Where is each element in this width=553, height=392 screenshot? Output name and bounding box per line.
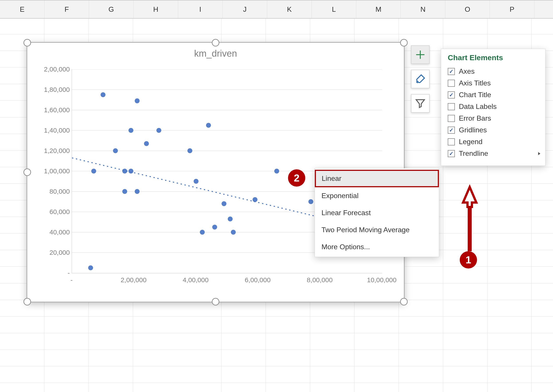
data-point[interactable] [274, 169, 279, 174]
checkbox[interactable] [448, 103, 455, 110]
y-axis-label: 2,00,000 [25, 65, 70, 73]
checkbox-label: Chart Title [459, 91, 491, 99]
chart-element-error-bars[interactable]: Error Bars [448, 112, 543, 124]
data-point[interactable] [309, 199, 313, 204]
chart-element-axis-titles[interactable]: Axis Titles [448, 77, 543, 89]
data-point[interactable] [156, 128, 161, 133]
y-axis-label: 1,80,000 [25, 86, 70, 93]
flyout-title: Chart Elements [448, 53, 543, 62]
data-point[interactable] [129, 169, 133, 174]
column-header-O[interactable]: O [445, 0, 490, 18]
brush-icon [415, 73, 426, 84]
y-axis-label: 60,000 [25, 208, 70, 216]
checkbox-label: Error Bars [459, 114, 491, 122]
y-axis-label: - [25, 269, 70, 277]
column-header-G[interactable]: G [89, 0, 134, 18]
resize-handle-tr[interactable] [400, 39, 408, 47]
column-header-L[interactable]: L [312, 0, 356, 18]
y-axis-label: 1,20,000 [25, 147, 70, 154]
chart-elements-flyout[interactable]: Chart Elements AxesAxis TitlesChart Titl… [441, 49, 546, 166]
callout-2: 2 [288, 169, 305, 187]
excel-window: EFGHIJKLMNOP km_driven -20,00040,00060,0… [0, 0, 553, 392]
trendline-option-linear[interactable]: Linear [315, 170, 439, 187]
chart-element-axes[interactable]: Axes [448, 65, 543, 77]
data-point[interactable] [206, 123, 211, 128]
data-point[interactable] [129, 128, 133, 133]
chart-element-data-labels[interactable]: Data Labels [448, 101, 543, 112]
column-header-N[interactable]: N [401, 0, 445, 18]
callout-1: 1 [460, 251, 477, 268]
chart-styles-button[interactable] [411, 70, 430, 88]
chart-element-chart-title[interactable]: Chart Title [448, 89, 543, 101]
chart-element-gridlines[interactable]: Gridlines [448, 124, 543, 136]
checkbox-label: Axes [459, 67, 474, 76]
y-axis-label: 1,60,000 [25, 106, 70, 114]
data-point[interactable] [122, 189, 127, 194]
plus-icon [415, 49, 426, 60]
column-header-I[interactable]: I [178, 0, 223, 18]
column-header-J[interactable]: J [223, 0, 267, 18]
chart-filters-button[interactable] [411, 94, 430, 113]
checkbox-label: Axis Titles [459, 79, 491, 87]
chart-elements-button[interactable] [411, 45, 430, 64]
data-point[interactable] [187, 148, 192, 153]
data-point[interactable] [135, 189, 140, 194]
trendline-option-linear-forecast[interactable]: Linear Forecast [315, 204, 439, 221]
checkbox[interactable] [448, 138, 455, 145]
chart-element-trendline[interactable]: Trendline [448, 148, 543, 159]
data-point[interactable] [222, 201, 226, 206]
x-axis-label: 10,00,000 [367, 276, 396, 284]
trendline-submenu[interactable]: LinearExponentialLinear ForecastTwo Peri… [315, 168, 439, 257]
resize-handle-bc[interactable] [212, 298, 219, 305]
x-axis-label: 2,00,000 [121, 276, 147, 284]
chevron-right-icon[interactable] [538, 152, 540, 155]
data-point[interactable] [228, 217, 233, 221]
y-axis-label: 40,000 [25, 228, 70, 236]
y-axis-label: 20,000 [25, 249, 70, 256]
y-axis-label: 80,000 [25, 188, 70, 195]
data-point[interactable] [194, 179, 199, 184]
resize-handle-tl[interactable] [23, 39, 31, 47]
checkbox-label: Gridlines [459, 126, 487, 134]
checkbox-label: Trendline [459, 149, 488, 158]
resize-handle-bl[interactable] [23, 298, 31, 305]
data-point[interactable] [212, 225, 217, 230]
column-header-F[interactable]: F [44, 0, 89, 18]
resize-handle-tc[interactable] [212, 39, 219, 47]
funnel-icon [415, 98, 426, 109]
column-header-H[interactable]: H [134, 0, 178, 18]
x-axis-label: - [71, 276, 73, 284]
data-point[interactable] [231, 230, 236, 235]
checkbox[interactable] [448, 91, 455, 98]
column-header-M[interactable]: M [356, 0, 401, 18]
checkbox-label: Legend [459, 138, 482, 146]
checkbox[interactable] [448, 127, 455, 134]
trendline-option-two-period-moving-average[interactable]: Two Period Moving Average [315, 221, 439, 238]
chart-title[interactable]: km_driven [27, 48, 404, 59]
data-point[interactable] [113, 148, 118, 153]
resize-handle-br[interactable] [400, 298, 408, 305]
callout-arrow-icon [459, 183, 481, 253]
column-header-P[interactable]: P [490, 0, 534, 18]
column-header-E[interactable]: E [0, 0, 44, 18]
data-point[interactable] [144, 141, 149, 146]
data-point[interactable] [88, 265, 93, 270]
data-point[interactable] [101, 92, 106, 97]
x-axis-label: 6,00,000 [245, 276, 271, 284]
checkbox[interactable] [448, 68, 455, 75]
data-point[interactable] [135, 98, 140, 103]
checkbox[interactable] [448, 150, 455, 157]
x-axis-label: 4,00,000 [183, 276, 209, 284]
column-header-row: EFGHIJKLMNOP [0, 0, 553, 19]
data-point[interactable] [91, 169, 96, 174]
chart-element-legend[interactable]: Legend [448, 136, 543, 148]
x-axis-label: 8,00,000 [307, 276, 333, 284]
checkbox-label: Data Labels [459, 103, 497, 111]
checkbox[interactable] [448, 115, 455, 122]
trendline-option-exponential[interactable]: Exponential [315, 187, 439, 204]
data-point[interactable] [200, 230, 205, 235]
checkbox[interactable] [448, 80, 455, 87]
y-axis-label: 1,40,000 [25, 127, 70, 134]
column-header-K[interactable]: K [267, 0, 312, 18]
trendline-option-more-options[interactable]: More Options... [315, 238, 439, 255]
